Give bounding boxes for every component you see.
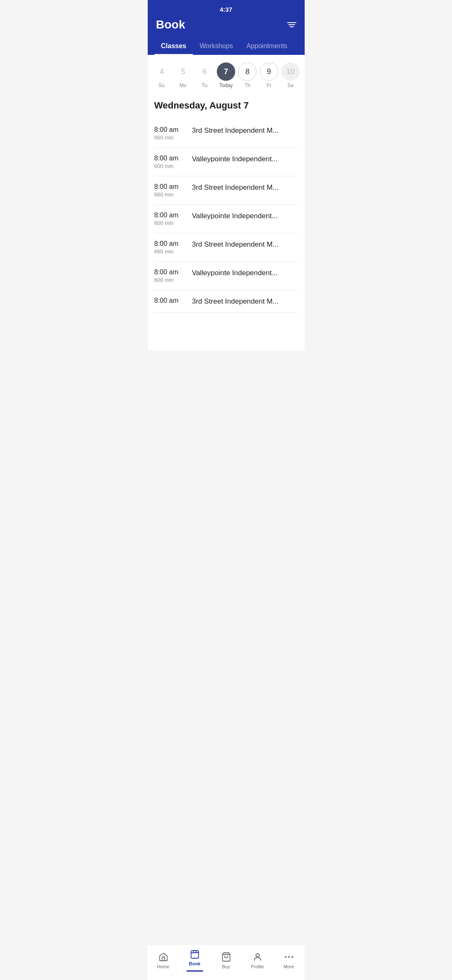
day-number-9: 9 [260,62,278,81]
status-time: 4:37 [220,6,232,13]
calendar-day-10[interactable]: 10 Sa [281,62,300,88]
day-label-5: Mo [180,83,187,88]
filter-line-1 [287,22,296,23]
class-item-6[interactable]: 8:00 am 600 min Valleypointe Independent… [154,262,298,290]
status-bar: 4:37 [148,0,305,16]
class-time-1: 8:00 am 660 min [154,126,192,141]
calendar-day-9[interactable]: 9 Fr [260,62,278,88]
time-duration-1: 660 min [154,134,192,141]
class-item-5[interactable]: 8:00 am 660 min 3rd Street Independent M… [154,233,298,262]
class-time-7: 8:00 am [154,297,192,305]
day-label-6: Tu [202,83,208,88]
class-name-1: 3rd Street Independent M... [192,126,298,135]
class-name-3: 3rd Street Independent M... [192,183,298,192]
bottom-spacer [154,313,298,351]
class-name-6: Valleypointe Independent... [192,268,298,277]
day-number-4: 4 [152,62,171,81]
tab-bar: Classes Workshops Appointments [148,38,305,55]
class-name-4: Valleypointe Independent... [192,211,298,220]
time-main-4: 8:00 am [154,211,192,219]
class-time-6: 8:00 am 600 min [154,268,192,283]
day-label-9: Fr [267,83,271,88]
title-bar: Book [148,16,305,38]
page-title: Book [156,18,185,31]
time-duration-2: 600 min [154,163,192,169]
class-list: 8:00 am 660 min 3rd Street Independent M… [154,119,298,313]
class-name-2: Valleypointe Independent... [192,155,298,163]
calendar-day-5[interactable]: 5 Mo [174,62,192,88]
calendar-strip: 4 Su 5 Mo 6 Tu 7 Today 8 Th 9 Fr 10 Sa [148,55,305,92]
filter-button[interactable] [287,22,296,27]
class-name-7: 3rd Street Independent M... [192,297,298,306]
time-main-1: 8:00 am [154,126,192,134]
day-label-7: Today [219,83,233,88]
day-label-10: Sa [287,83,293,88]
day-label-8: Th [244,83,250,88]
calendar-day-7[interactable]: 7 Today [217,62,235,88]
calendar-day-4[interactable]: 4 Su [152,62,171,88]
class-name-5: 3rd Street Independent M... [192,240,298,249]
calendar-day-8[interactable]: 8 Th [238,62,257,88]
day-number-8: 8 [238,62,257,81]
class-item-4[interactable]: 8:00 am 600 min Valleypointe Independent… [154,205,298,233]
tab-classes[interactable]: Classes [154,38,193,55]
day-number-5: 5 [174,62,192,81]
time-duration-4: 600 min [154,220,192,226]
class-time-5: 8:00 am 660 min [154,240,192,255]
time-duration-5: 660 min [154,248,192,255]
class-time-3: 8:00 am 660 min [154,183,192,198]
filter-line-3 [290,26,294,27]
date-heading: Wednesday, August 7 [154,100,298,111]
class-item-3[interactable]: 8:00 am 660 min 3rd Street Independent M… [154,176,298,205]
time-main-3: 8:00 am [154,183,192,191]
filter-line-2 [288,24,295,25]
time-duration-6: 600 min [154,277,192,283]
header: 4:37 Book Classes Workshops Appointments [148,0,305,55]
tab-appointments[interactable]: Appointments [240,38,294,55]
time-main-2: 8:00 am [154,155,192,162]
class-item-2[interactable]: 8:00 am 600 min Valleypointe Independent… [154,148,298,176]
day-number-10: 10 [281,62,300,81]
time-main-6: 8:00 am [154,268,192,276]
time-duration-3: 660 min [154,191,192,198]
class-item-1[interactable]: 8:00 am 660 min 3rd Street Independent M… [154,119,298,148]
class-item-7[interactable]: 8:00 am 3rd Street Independent M... [154,290,298,313]
calendar-day-6[interactable]: 6 Tu [195,62,214,88]
class-time-4: 8:00 am 600 min [154,211,192,226]
day-number-7: 7 [217,62,235,81]
day-number-6: 6 [195,62,214,81]
day-label-4: Su [159,83,165,88]
time-main-5: 8:00 am [154,240,192,248]
time-main-7: 8:00 am [154,297,192,304]
tab-workshops[interactable]: Workshops [193,38,240,55]
class-time-2: 8:00 am 600 min [154,155,192,169]
main-content: Wednesday, August 7 8:00 am 660 min 3rd … [148,92,305,351]
